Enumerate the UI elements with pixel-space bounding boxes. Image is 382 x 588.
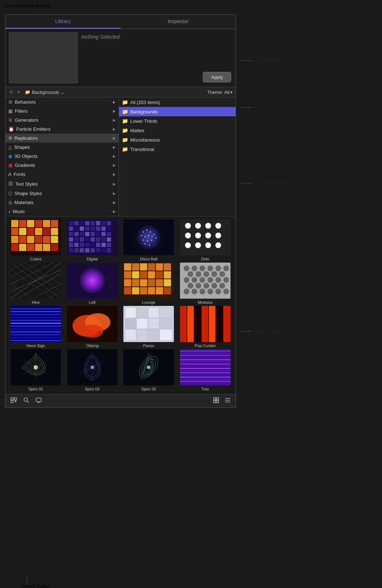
grid-item-spiro-02[interactable]: Spiro 02	[65, 349, 120, 391]
svg-point-166	[203, 283, 209, 289]
svg-rect-207	[187, 306, 194, 342]
chevron-icon: ▶	[113, 154, 116, 158]
nav-item-materials[interactable]: ◎ Materials ▶	[5, 198, 119, 207]
grid-item-loft[interactable]: Loft	[65, 263, 120, 304]
grid-item-trax[interactable]: Trax	[178, 349, 233, 391]
tab-library[interactable]: Library	[5, 15, 120, 29]
svg-point-81	[141, 235, 142, 236]
svg-rect-206	[180, 306, 186, 342]
svg-point-80	[153, 234, 155, 235]
grid-item-digital[interactable]: Digital	[65, 219, 120, 261]
svg-rect-197	[125, 319, 136, 329]
nav-item-generators[interactable]: ② Generators ▶	[5, 116, 119, 125]
svg-point-93	[195, 223, 201, 229]
grid-item-spiro-01[interactable]: Spiro 01	[8, 349, 63, 391]
folder-label-mattes: Mattes	[130, 128, 144, 133]
svg-rect-20	[19, 244, 26, 251]
folder-item-lower-thirds[interactable]: 📁 Lower Thirds	[119, 116, 236, 126]
folder-item-backgrounds[interactable]: 📁 Backgrounds	[119, 107, 236, 116]
grid-label-panes: Panes	[143, 343, 154, 348]
folder-label-backgrounds: Backgrounds	[130, 109, 158, 114]
nav-item-3d-objects[interactable]: ◉ 3D Objects ▶	[5, 152, 119, 161]
svg-rect-145	[164, 287, 171, 294]
forward-button[interactable]: >	[16, 88, 21, 96]
search-button[interactable]	[22, 397, 31, 405]
grid-item-lounge[interactable]: Lounge	[121, 263, 176, 304]
svg-rect-43	[74, 232, 79, 236]
tab-inspector[interactable]: Inspector	[120, 15, 236, 29]
chevron-icon: ▶	[113, 200, 116, 204]
thumb-hive	[10, 263, 61, 299]
grid-item-disco-ball[interactable]: Disco Ball	[121, 219, 176, 261]
svg-rect-23	[43, 244, 50, 251]
svg-rect-1	[11, 220, 18, 227]
nav-label-behaviors: Behaviors	[15, 99, 36, 105]
import-button[interactable]	[9, 397, 18, 405]
grid-item-dots[interactable]: Dots	[178, 219, 233, 261]
nav-bar: < > 📁 Backgrounds ⌄ Theme: All ▾	[5, 87, 236, 98]
preview-button[interactable]	[34, 397, 43, 405]
svg-rect-135	[132, 279, 139, 286]
nav-label-filters: Filters	[15, 108, 27, 114]
grid-item-oblong[interactable]: Oblong	[65, 306, 120, 348]
nav-item-gradients[interactable]: ▣ Gradients ▶	[5, 161, 119, 170]
nav-item-filters[interactable]: ▦ Filters ▶	[5, 107, 119, 116]
grid-item-spiro-03[interactable]: Spiro 03	[121, 349, 176, 391]
nav-item-fonts[interactable]: A Fonts ▶	[5, 170, 119, 179]
thumb-pop-curtain	[180, 306, 230, 342]
shape-styles-icon: ⬡	[8, 191, 12, 196]
chevron-icon: ▶	[113, 118, 116, 122]
nav-item-music[interactable]: ♪ Music ▶	[5, 207, 119, 216]
svg-rect-142	[140, 287, 147, 294]
svg-rect-212	[223, 306, 230, 342]
gradients-icon: ▣	[8, 163, 13, 168]
grid-item-hive[interactable]: Hive	[8, 263, 63, 304]
folder-item-all[interactable]: 📁 All (203 items)	[119, 98, 236, 107]
toolbar-left	[9, 397, 212, 405]
nav-label-generators: Generators	[15, 117, 38, 123]
grid-item-pop-curtain[interactable]: Pop Curtain	[178, 306, 233, 348]
svg-rect-194	[137, 308, 148, 318]
svg-rect-130	[140, 271, 147, 278]
svg-rect-71	[96, 248, 100, 252]
svg-rect-6	[51, 220, 58, 227]
nav-item-text-styles[interactable]: Ⓐ Text Styles ▶	[5, 179, 119, 189]
theme-chevron-icon: ▾	[230, 90, 233, 95]
folder-item-miscellaneous[interactable]: 📁 Miscellaneous	[119, 135, 236, 144]
svg-point-90	[149, 245, 150, 246]
back-button[interactable]: <	[8, 88, 14, 96]
grid-item-neon-sign[interactable]: Neon Sign	[8, 306, 63, 348]
theme-popup[interactable]: Theme: All ▾	[207, 90, 233, 95]
grid-view-button[interactable]	[212, 397, 220, 405]
svg-rect-65	[107, 243, 111, 247]
folder-item-transitional[interactable]: 📁 Transitional	[119, 144, 236, 154]
folder-transitional-icon: 📁	[122, 146, 128, 152]
list-view-button[interactable]	[223, 397, 232, 405]
nav-item-behaviors[interactable]: ⚙ Behaviors ▶	[5, 98, 119, 107]
svg-rect-202	[137, 329, 148, 340]
shapes-icon: △	[8, 144, 12, 150]
svg-rect-63	[96, 243, 100, 247]
nav-item-replicators[interactable]: ❇ Replicators ▶	[5, 134, 119, 143]
folder-item-mattes[interactable]: 📁 Mattes	[119, 126, 236, 135]
chevron-icon: ▶	[113, 100, 116, 104]
svg-point-164	[188, 283, 193, 289]
nav-item-particle-emitters[interactable]: ⏰ Particle Emitters ▶	[5, 125, 119, 134]
svg-rect-56	[101, 237, 106, 242]
grid-item-modulus[interactable]: Modulus	[178, 263, 233, 304]
grid-item-panes[interactable]: Panes	[121, 306, 176, 348]
nav-item-shape-styles[interactable]: ⬡ Shape Styles ▶	[5, 189, 119, 198]
grid-item-cubes[interactable]: Cubes	[8, 219, 63, 261]
svg-rect-52	[80, 237, 84, 242]
annotation-nav-pane: Navigation pane	[241, 181, 288, 186]
grid-label-dots: Dots	[201, 257, 209, 261]
apply-button[interactable]: Apply	[203, 72, 231, 82]
fonts-icon: A	[8, 172, 12, 177]
svg-rect-259	[214, 398, 216, 400]
svg-rect-51	[74, 237, 79, 242]
svg-rect-28	[80, 221, 84, 225]
svg-rect-139	[164, 279, 171, 286]
folder-mattes-icon: 📁	[122, 127, 128, 133]
nav-item-shapes[interactable]: △ Shapes ▶	[5, 143, 119, 152]
svg-rect-126	[156, 263, 163, 271]
